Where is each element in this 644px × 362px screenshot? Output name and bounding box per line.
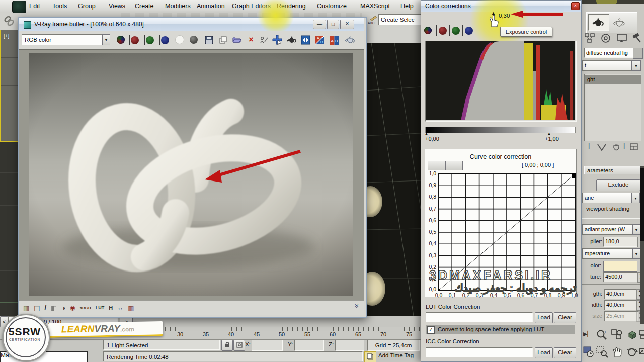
alpha-channel-icon[interactable]: [175, 35, 185, 45]
units-dropdown-arrow[interactable]: ▼: [632, 224, 640, 235]
object-name-field[interactable]: [584, 48, 634, 58]
length-field[interactable]: 40,0cm: [604, 289, 638, 299]
light-color-swatch[interactable]: [603, 261, 637, 272]
modifier-stack-list[interactable]: ght: [584, 74, 641, 141]
selection-lock-button[interactable]: [221, 340, 233, 351]
panel-scrollbar[interactable]: [640, 166, 644, 324]
time-tag-icon[interactable]: [364, 351, 376, 362]
tab-utilities[interactable]: [631, 32, 643, 44]
menu-maxscript[interactable]: MAXScript: [358, 2, 392, 11]
channels-panel-icon[interactable]: ▤: [34, 304, 40, 312]
zoom-extents-all-icon[interactable]: [639, 329, 644, 342]
compare-horizontal-icon[interactable]: ↔: [117, 304, 123, 311]
tab-hierarchy[interactable]: [583, 32, 597, 44]
channel-dropdown-arrow[interactable]: ▼: [102, 34, 110, 45]
menu-edit[interactable]: Edit: [27, 2, 43, 11]
object-color-swatch[interactable]: [633, 48, 643, 59]
ab-horizontal-compare-icon[interactable]: AB: [329, 35, 339, 45]
viewport-left-top[interactable]: [+]: [0, 30, 18, 142]
render-production-button[interactable]: [588, 14, 609, 31]
orbit-icon[interactable]: [626, 346, 639, 359]
type-dropdown-arrow[interactable]: ▼: [631, 193, 640, 203]
side-by-side-compare-icon[interactable]: [300, 35, 310, 45]
pixel-info-icon[interactable]: i: [45, 304, 46, 311]
minimize-button[interactable]: —: [313, 20, 326, 29]
remove-modifier-icon[interactable]: [611, 143, 621, 152]
zoom-extents-icon[interactable]: [626, 329, 639, 342]
track-mouse-icon[interactable]: [259, 35, 269, 45]
menu-help[interactable]: Help: [398, 2, 416, 11]
color-mode-dropdown-arrow[interactable]: ▼: [632, 248, 640, 259]
copy-image-icon[interactable]: [218, 35, 228, 45]
color-mode-dropdown[interactable]: mperature: [582, 248, 632, 259]
menu-animation[interactable]: Animation: [194, 2, 227, 11]
scrollbar-thumb[interactable]: [640, 168, 644, 241]
pan-hand-icon[interactable]: [611, 346, 624, 359]
exclude-button[interactable]: Exclude: [596, 179, 640, 191]
lut-load-button[interactable]: Load: [535, 312, 553, 323]
create-selection-set-field[interactable]: Create Selec: [378, 14, 425, 25]
menu-graph-editors[interactable]: Graph Editors: [229, 2, 273, 11]
pin-stack-icon[interactable]: [596, 143, 607, 152]
clear-image-icon[interactable]: ×: [246, 35, 256, 45]
viewport-perspective[interactable]: [365, 43, 421, 316]
levels-icon[interactable]: ◧: [51, 304, 57, 312]
save-image-icon[interactable]: [204, 35, 214, 45]
collapse-toolbar-chevron[interactable]: »: [353, 304, 361, 308]
render-last-teapot-icon[interactable]: [345, 35, 355, 45]
menu-views[interactable]: Views: [106, 2, 128, 11]
app-logo[interactable]: [12, 1, 26, 13]
red-channel-icon[interactable]: [129, 35, 140, 45]
select-and-link-icon[interactable]: [3, 15, 15, 28]
levels-gradient-bar[interactable]: [425, 127, 576, 133]
next-frame-step-icon[interactable]: ▶▏: [583, 331, 592, 337]
zoom-region-icon[interactable]: [596, 346, 609, 359]
zoom-all-icon[interactable]: [611, 329, 624, 342]
corrections-control-icon[interactable]: ▦: [23, 304, 29, 312]
lut-log-checkbox[interactable]: ✓: [427, 326, 435, 334]
curve-tool-button-1[interactable]: [428, 161, 445, 170]
tab-motion[interactable]: [599, 32, 613, 44]
icc-path-input[interactable]: [426, 347, 533, 357]
mono-channel-icon[interactable]: [189, 35, 199, 45]
blue-channel-icon[interactable]: [159, 35, 170, 45]
add-time-tag[interactable]: Add Time Tag: [378, 352, 414, 358]
multiplier-field[interactable]: 180,0: [603, 237, 639, 247]
maximize-viewport-icon[interactable]: [639, 346, 644, 359]
viewport-left-bottom[interactable]: [0, 142, 18, 316]
vfb-title-bar[interactable]: V-Ray frame buffer - [100% of 640 x 480]…: [19, 18, 364, 32]
channel-select-dropdown[interactable]: RGB color: [22, 34, 102, 45]
rgb-channels-icon[interactable]: [116, 35, 126, 45]
menu-tools[interactable]: Tools: [50, 2, 69, 11]
cc-rgb-channel-icon[interactable]: [424, 27, 432, 36]
x-coordinate-field[interactable]: [252, 340, 283, 351]
viewport-menu-label[interactable]: [+]: [4, 33, 9, 39]
cc-red-channel-icon[interactable]: [436, 25, 449, 36]
srgb-toggle[interactable]: sRGB: [80, 306, 91, 310]
parameters-rollout[interactable]: arameters: [584, 166, 641, 174]
follow-mouse-icon[interactable]: [272, 35, 282, 45]
menu-create[interactable]: Create: [132, 2, 156, 11]
icc-load-button[interactable]: Load: [535, 347, 553, 358]
menu-modifiers[interactable]: Modifiers: [163, 2, 193, 11]
render-iterative-button[interactable]: [610, 15, 629, 30]
lut-path-input[interactable]: [426, 312, 533, 322]
units-dropdown[interactable]: adiant power (W: [582, 224, 632, 235]
region-render-teapot-icon[interactable]: [286, 35, 296, 45]
lut-clear-button[interactable]: Clear: [554, 312, 576, 323]
lut-toggle[interactable]: LUT: [96, 305, 105, 310]
y-coordinate-field[interactable]: [294, 340, 324, 351]
modifier-dropdown[interactable]: t: [582, 60, 631, 71]
close-button[interactable]: ×: [340, 20, 354, 29]
time-configuration-icon[interactable]: [583, 346, 595, 359]
width-field[interactable]: 40,0cm: [604, 300, 638, 310]
menu-group[interactable]: Group: [75, 2, 98, 11]
type-dropdown[interactable]: ane: [582, 193, 631, 203]
temperature-field[interactable]: 4500,0: [603, 272, 639, 282]
configure-modifier-sets-icon[interactable]: [629, 143, 639, 152]
tab-display[interactable]: [615, 32, 629, 44]
modifier-dropdown-arrow[interactable]: ▼: [631, 60, 641, 71]
curve-tool-button-2[interactable]: [445, 161, 463, 170]
z-coordinate-field[interactable]: [335, 340, 364, 351]
zoom-icon[interactable]: ±: [596, 329, 609, 342]
